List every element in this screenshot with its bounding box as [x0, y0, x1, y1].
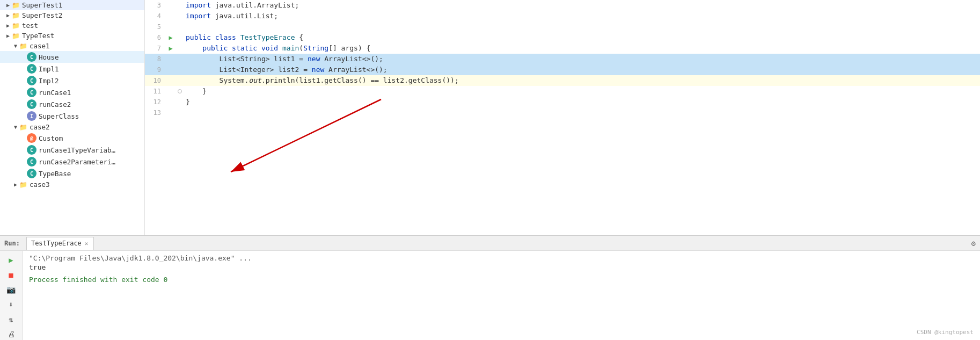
class-icon: C	[27, 169, 36, 178]
tree-label: case1	[30, 42, 50, 50]
tree-item-typetest[interactable]: ▶ 📁 TypeTest	[0, 31, 144, 41]
tree-item-typebase[interactable]: C TypeBase	[0, 168, 144, 179]
class-icon: C	[27, 99, 36, 109]
camera-button[interactable]: 📷	[5, 284, 17, 295]
tree-label: SuperClass	[39, 112, 79, 120]
tree-item-case3[interactable]: ▶ 📁 case3	[0, 179, 144, 190]
class-icon: C	[27, 88, 36, 97]
class-icon: C	[27, 157, 36, 167]
tree-item-runcase2parameterize[interactable]: C runCase2Parameterize	[0, 156, 144, 168]
breakpoint-area	[176, 0, 184, 11]
bottom-sidebar: ▶ ■ 📷 ⬇ ⇅ 🖨	[0, 251, 23, 340]
stop-button[interactable]: ■	[5, 269, 17, 281]
code-text: List<Integer> list2 = new ArrayList<>();	[184, 64, 980, 75]
run-arrow-space	[165, 64, 176, 75]
arrow-icon: ▼	[12, 43, 19, 49]
code-line-9: 9 List<Integer> list2 = new ArrayList<>(…	[145, 64, 980, 75]
run-arrow-space	[165, 97, 176, 107]
line-number: 7	[145, 43, 165, 54]
tree-item-house[interactable]: C House	[0, 51, 144, 63]
tree-label: SuperTest1	[22, 1, 62, 9]
output-area: "C:\Program Files\Java\jdk1.8.0_202\bin\…	[23, 251, 980, 340]
folder-icon: 📁	[19, 181, 27, 189]
line-number: 5	[145, 21, 165, 32]
arrow-icon: ▶	[4, 12, 12, 18]
tree-item-impl1[interactable]: C Impl1	[0, 63, 144, 75]
line-number: 8	[145, 54, 165, 64]
run-arrow-space	[165, 0, 176, 11]
close-tab-button[interactable]: ✕	[85, 240, 89, 247]
line-number: 4	[145, 11, 165, 21]
run-arrow-icon: ▶	[169, 34, 172, 41]
bottom-panel: Run: TestTypeErace ✕ ⚙ ▶ ■ 📷 ⬇ ⇅ 🖨 "C:\P…	[0, 235, 980, 340]
bottom-tabs-bar: Run: TestTypeErace ✕ ⚙	[0, 236, 980, 251]
run-arrow-space	[165, 107, 176, 118]
tree-item-impl2[interactable]: C Impl2	[0, 75, 144, 86]
run-tab[interactable]: TestTypeErace ✕	[26, 237, 94, 250]
code-text: }	[184, 97, 980, 107]
breakpoint-area	[176, 75, 184, 86]
line-number: 12	[145, 97, 165, 107]
arrow-icon: ▶	[4, 2, 12, 8]
tree-item-supertest2[interactable]: ▶ 📁 SuperTest2	[0, 10, 144, 20]
run-arrow-space	[165, 21, 176, 32]
arrow-icon: ▶	[12, 182, 19, 187]
code-line-6: 6 ▶ public class TestTypeErace {	[145, 32, 980, 43]
run-arrow-space	[165, 54, 176, 64]
run-arrow-area[interactable]: ▶	[165, 43, 176, 54]
code-line-7: 7 ▶ public static void main(String[] arg…	[145, 43, 980, 54]
tree-label: test	[22, 21, 38, 30]
breakpoint-area	[176, 11, 184, 21]
folder-icon: 📁	[12, 2, 20, 9]
bottom-content: ▶ ■ 📷 ⬇ ⇅ 🖨 "C:\Program Files\Java\jdk1.…	[0, 251, 980, 340]
breakpoint-area	[176, 64, 184, 75]
file-tree[interactable]: ▶ 📁 SuperTest1 ▶ 📁 SuperTest2 ▶ 📁 test ▶…	[0, 0, 145, 235]
code-text: public class TestTypeErace {	[184, 32, 980, 43]
annotation-icon: @	[27, 133, 36, 143]
tree-item-custom[interactable]: @ Custom	[0, 132, 144, 144]
tree-item-runcase2[interactable]: C runCase2	[0, 98, 144, 110]
folder-icon: 📁	[19, 42, 27, 50]
folder-icon: 📁	[19, 124, 27, 131]
tree-item-case1[interactable]: ▼ 📁 case1	[0, 41, 144, 51]
arrow-icon: ▶	[4, 33, 12, 39]
breakpoint-area	[176, 107, 184, 118]
tree-label: runCase1	[39, 89, 71, 97]
settings-icon[interactable]: ⚙	[971, 239, 976, 248]
code-text: public static void main(String[] args) {	[184, 43, 980, 54]
output-line-process: Process finished with exit code 0	[29, 276, 974, 284]
tree-item-runcase1[interactable]: C runCase1	[0, 86, 144, 98]
tree-item-test[interactable]: ▶ 📁 test	[0, 20, 144, 31]
code-text: System.out.println(list1.getClass() == l…	[184, 75, 980, 86]
tree-label: Impl2	[39, 77, 59, 85]
breakpoint-area	[176, 54, 184, 64]
tree-label: Custom	[39, 134, 63, 142]
scroll-down-button[interactable]: ⬇	[5, 299, 17, 310]
code-editor[interactable]: 3 import java.util.ArrayList; 4 import j…	[145, 0, 980, 118]
run-arrow-area[interactable]: ▶	[165, 32, 176, 43]
breakpoint-area	[176, 97, 184, 107]
folder-icon: 📁	[12, 12, 20, 19]
run-arrow-space	[165, 11, 176, 21]
arrow-icon: ▼	[12, 124, 19, 130]
output-cmd-text: "C:\Program Files\Java\jdk1.8.0_202\bin\…	[29, 254, 252, 262]
tree-item-supertest1[interactable]: ▶ 📁 SuperTest1	[0, 0, 144, 10]
class-icon: C	[27, 76, 36, 85]
run-button[interactable]: ▶	[5, 254, 17, 266]
code-line-8: 8 List<String> list1 = new ArrayList<>()…	[145, 54, 980, 64]
run-label: Run:	[4, 240, 20, 247]
tree-item-superclass[interactable]: I SuperClass	[0, 110, 144, 122]
line-number: 3	[145, 0, 165, 11]
editor-container: 3 import java.util.ArrayList; 4 import j…	[145, 0, 980, 235]
breakpoint-area	[176, 32, 184, 43]
code-line-13: 13	[145, 107, 980, 118]
tab-label: TestTypeErace	[31, 240, 82, 247]
print-button[interactable]: 🖨	[5, 328, 17, 340]
tree-item-case2[interactable]: ▼ 📁 case2	[0, 122, 144, 132]
folder-icon: 📁	[12, 22, 20, 30]
class-icon: C	[27, 52, 36, 62]
sort-button[interactable]: ⇅	[5, 314, 17, 325]
output-process-text: Process finished with exit code 0	[29, 276, 167, 284]
breakpoint-area	[176, 21, 184, 32]
tree-item-runcase1typevariable[interactable]: C runCase1TypeVariable	[0, 144, 144, 156]
